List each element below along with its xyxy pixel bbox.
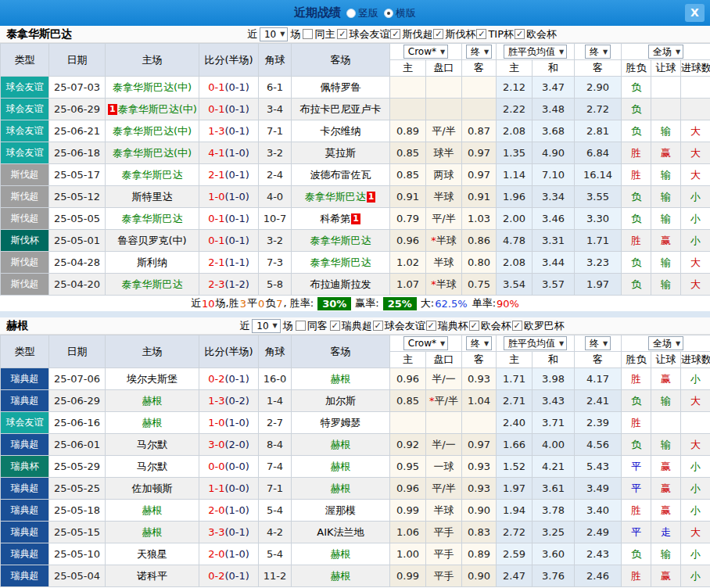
chevron-down-icon: ▼ xyxy=(484,340,489,347)
handicap-result-cell xyxy=(651,99,681,120)
final-odds-select[interactable]: 终 ▼ xyxy=(466,45,492,59)
league-filter-checkbox[interactable]: 瑞典杯 xyxy=(426,319,468,333)
home-team-cell: 泰拿华斯巴达(中) xyxy=(106,77,199,99)
league-filter-checkbox[interactable]: 斯伐杯 xyxy=(433,27,475,41)
match-row: 瑞典超25-05-18赫根2-0(1-0)5-4渥那模0.99半球0.901.9… xyxy=(1,500,710,522)
odds-source-select[interactable]: Crow* ▼ xyxy=(403,45,448,59)
close-icon[interactable]: X xyxy=(685,4,705,22)
handicap-away-odds-cell: 0.75 xyxy=(462,274,497,296)
same-away-checkbox[interactable]: 同客 xyxy=(296,319,328,333)
handicap-result-cell: 输 xyxy=(651,390,681,412)
handicap-home-odds-cell: 1.02 xyxy=(390,252,426,274)
league-filter-checkbox[interactable]: 球会友谊 xyxy=(337,27,389,41)
league-cell: 斯伐杯 xyxy=(1,230,49,252)
score-cell: 4-1(1-0) xyxy=(199,142,259,164)
corner-cell: 8-4 xyxy=(259,434,292,456)
team-name: 赫根 xyxy=(6,319,28,333)
win-rate-badge: 30% xyxy=(317,297,351,310)
away-team-cell: 赫根 xyxy=(292,543,390,565)
mean-home-odds-cell: 1.52 xyxy=(497,456,532,478)
goals-result-cell: 大 xyxy=(681,390,710,412)
scope-select[interactable]: 全场 ▼ xyxy=(648,336,683,350)
handicap-away-odds-cell: 0.93 xyxy=(462,368,497,390)
date-cell: 25-06-29 xyxy=(49,390,106,412)
col-hcp: 让球 xyxy=(651,60,681,77)
away-team-cell: 加尔斯 xyxy=(292,390,390,412)
home-team-cell: 赫根 xyxy=(106,412,199,434)
league-filter-checkbox[interactable]: 瑞典超 xyxy=(330,319,372,333)
league-filter-checkbox[interactable]: 欧会杯 xyxy=(469,319,511,333)
col-odds-cap: 盘口 xyxy=(426,352,462,368)
score-cell: 1-0(1-0) xyxy=(199,412,259,434)
checkbox-icon xyxy=(330,321,340,331)
goals-result-cell: 小 xyxy=(681,368,710,390)
scope-select[interactable]: 全场 ▼ xyxy=(648,45,683,59)
handicap-change-star: * xyxy=(429,395,435,407)
col-odds-away: 客 xyxy=(462,352,497,368)
recent-matches-table: 类型 日期 主场 比分(半场) 角球 客场 Crow* ▼ 终 ▼ xyxy=(0,335,710,587)
handicap-home-odds-cell: 0.89 xyxy=(390,120,426,142)
match-row: 斯伐超25-04-28斯利纳2-1(1-1)7-3泰拿华斯巴达1.02半球0.8… xyxy=(1,252,710,274)
match-row: 瑞典超25-07-06埃尔夫斯堡0-2(0-1)16-0赫根0.96半/一0.9… xyxy=(1,368,710,390)
mean-odds-select[interactable]: 胜平负均值 ▼ xyxy=(504,336,567,350)
handicap-result-cell: 输 xyxy=(651,274,681,296)
mean-odds-select[interactable]: 胜平负均值 ▼ xyxy=(504,45,567,59)
league-cell: 球会友谊 xyxy=(1,412,49,434)
mean-home-odds-cell: 2.08 xyxy=(497,252,532,274)
away-team-cell: 特罗姆瑟 xyxy=(292,412,390,434)
mean-draw-odds-cell: 3.25 xyxy=(532,522,575,543)
col-odds-home: 主 xyxy=(390,60,426,77)
chevron-down-icon: ▼ xyxy=(440,340,445,347)
final-odds-select[interactable]: 终 ▼ xyxy=(466,336,492,350)
mean-home-odds-cell: 2.12 xyxy=(497,77,532,99)
col-type: 类型 xyxy=(1,335,49,368)
final-mean-select[interactable]: 终 ▼ xyxy=(585,45,611,59)
league-filter-list: 瑞典超球会友谊瑞典杯欧会杯欧罗巴杯 xyxy=(330,319,565,333)
layout-radio-vertical[interactable]: 竖版 xyxy=(346,6,378,20)
league-cell: 瑞典超 xyxy=(1,434,49,456)
corner-cell: 3-2 xyxy=(259,230,292,252)
col-corner: 角球 xyxy=(259,335,292,368)
corner-cell: 7-3 xyxy=(259,252,292,274)
mean-draw-odds-cell: 3.57 xyxy=(532,274,575,296)
mean-draw-odds-cell: 3.68 xyxy=(532,120,575,142)
layout-radio-horizontal[interactable]: 横版 xyxy=(384,6,416,20)
league-filter-checkbox[interactable]: 斯伐超 xyxy=(390,27,432,41)
home-team-cell: 马尔默 xyxy=(106,434,199,456)
score-cell: 1-1(0-0) xyxy=(199,478,259,500)
away-team-cell: 泰拿华斯巴达 xyxy=(292,252,390,274)
odds-source-select[interactable]: Crow* ▼ xyxy=(403,336,448,350)
mean-draw-odds-cell: 4.90 xyxy=(532,142,575,164)
same-home-checkbox[interactable]: 同主 xyxy=(303,27,335,41)
wdl-result-cell: 负 xyxy=(622,77,651,99)
handicap-cell: 半球 xyxy=(426,252,462,274)
goals-result-cell: 小 xyxy=(681,478,710,500)
match-row: 球会友谊25-07-03泰拿华斯巴达(中)0-1(0-1)6-1佩特罗鲁2.12… xyxy=(1,77,710,99)
league-filter-checkbox[interactable]: 欧罗巴杯 xyxy=(512,319,565,333)
corner-cell: 2-7 xyxy=(259,412,292,434)
goals-result-cell: 小 xyxy=(681,500,710,522)
league-filter-checkbox[interactable]: TIP杯 xyxy=(476,27,514,41)
match-row: 球会友谊25-06-18泰拿华斯巴达(中)4-1(1-0)3-2莫拉斯0.85球… xyxy=(1,142,710,164)
league-filter-checkbox[interactable]: 欧会杯 xyxy=(515,27,557,41)
handicap-away-odds-cell: 0.90 xyxy=(462,500,497,522)
handicap-home-odds-cell: 0.85 xyxy=(390,142,426,164)
handicap-result-cell: 赢 xyxy=(651,230,681,252)
home-team-cell: 天狼星 xyxy=(106,543,199,565)
col-date: 日期 xyxy=(49,44,106,77)
league-filter-checkbox[interactable]: 球会友谊 xyxy=(373,319,425,333)
col-wdl: 胜负 xyxy=(622,60,651,77)
col-wdl: 胜负 xyxy=(622,352,651,368)
final-mean-select[interactable]: 终 ▼ xyxy=(585,336,611,350)
handicap-cell: 半/一 xyxy=(426,368,462,390)
recent-count-select[interactable]: 10 ▼ xyxy=(260,27,288,41)
handicap-cell: 球半 xyxy=(426,142,462,164)
date-cell: 25-05-25 xyxy=(49,478,106,500)
col-away: 客场 xyxy=(292,335,390,368)
recent-count-select[interactable]: 10 ▼ xyxy=(252,319,280,333)
handicap-away-odds-cell: 0.91 xyxy=(462,186,497,208)
mean-away-odds-cell: 6.84 xyxy=(575,142,622,164)
league-cell: 瑞典超 xyxy=(1,368,49,390)
date-cell: 25-05-12 xyxy=(49,186,106,208)
date-cell: 25-05-17 xyxy=(49,164,106,186)
